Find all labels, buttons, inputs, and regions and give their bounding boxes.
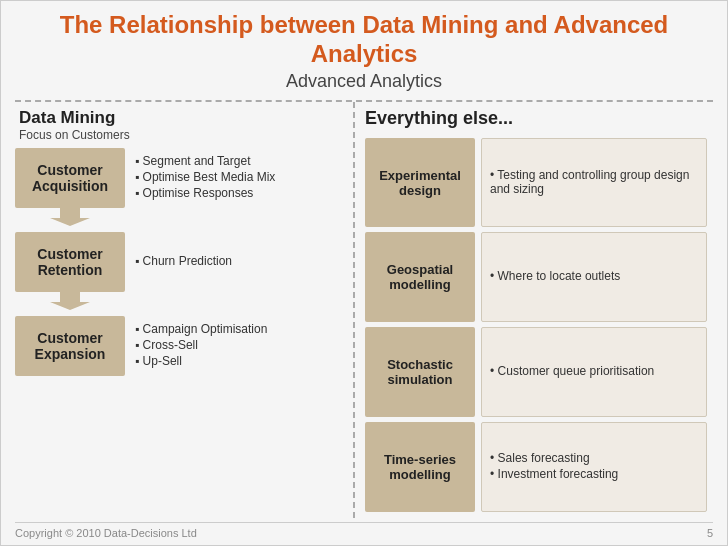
desc-item: • Sales forecasting — [490, 451, 698, 465]
svg-marker-0 — [50, 208, 90, 226]
bullet-icon: ▪ — [135, 170, 139, 184]
bullet-icon: ▪ — [135, 254, 139, 268]
bullet-item: ▪ Churn Prediction — [135, 254, 347, 268]
experimental-label: Experimental design — [365, 138, 475, 228]
customer-expansion-row: Customer Expansion ▪ Campaign Optimisati… — [15, 316, 347, 376]
title-sub: Advanced Analytics — [15, 71, 713, 92]
analytics-row-geospatial: Geospatial modelling • Where to locate o… — [365, 232, 707, 322]
focus-on-customers: Focus on Customers — [19, 128, 347, 142]
customer-retention-row: Customer Retention ▪ Churn Prediction — [15, 232, 347, 292]
analytics-row-experimental: Experimental design • Testing and contro… — [365, 138, 707, 228]
acquisition-row-wrapper: Customer Acquisition ▪ Segment and Targe… — [15, 148, 347, 226]
page-number: 5 — [707, 527, 713, 539]
experimental-desc: • Testing and controlling group design a… — [481, 138, 707, 228]
stochastic-desc: • Customer queue prioritisation — [481, 327, 707, 417]
arrow-down-2 — [15, 292, 347, 310]
timeseries-label: Time-series modelling — [365, 422, 475, 512]
bullet-icon: ▪ — [135, 154, 139, 168]
bullet-icon: ▪ — [135, 354, 139, 368]
bullet-item: ▪ Cross-Sell — [135, 338, 347, 352]
desc-item: • Testing and controlling group design a… — [490, 168, 698, 196]
title-main: The Relationship between Data Mining and… — [15, 11, 713, 69]
right-panel: Everything else... Experimental design •… — [355, 102, 713, 518]
svg-marker-1 — [50, 292, 90, 310]
content-area: Data Mining Focus on Customers Customer … — [15, 100, 713, 518]
desc-item: • Investment forecasting — [490, 467, 698, 481]
bullet-item: ▪ Segment and Target — [135, 154, 347, 168]
right-header: Everything else... — [365, 108, 707, 129]
copyright-text: Copyright © 2010 Data-Decisions Ltd — [15, 527, 197, 539]
bullet-item: ▪ Optimise Responses — [135, 186, 347, 200]
geospatial-label: Geospatial modelling — [365, 232, 475, 322]
geospatial-desc: • Where to locate outlets — [481, 232, 707, 322]
footer: Copyright © 2010 Data-Decisions Ltd 5 — [15, 522, 713, 539]
analytics-row-timeseries: Time-series modelling • Sales forecastin… — [365, 422, 707, 512]
bullet-item: ▪ Optimise Best Media Mix — [135, 170, 347, 184]
bullet-icon: ▪ — [135, 322, 139, 336]
bullet-icon: • — [490, 364, 498, 378]
bullet-icon: • — [490, 269, 498, 283]
timeseries-desc: • Sales forecasting • Investment forecas… — [481, 422, 707, 512]
customer-rows: Customer Acquisition ▪ Segment and Targe… — [15, 148, 347, 512]
bullet-icon: ▪ — [135, 186, 139, 200]
title-block: The Relationship between Data Mining and… — [15, 11, 713, 92]
bullet-icon: • — [490, 451, 498, 465]
retention-row-wrapper: Customer Retention ▪ Churn Prediction — [15, 232, 347, 310]
bullet-item: ▪ Up-Sell — [135, 354, 347, 368]
left-header: Data Mining Focus on Customers — [15, 108, 347, 142]
customer-retention-box: Customer Retention — [15, 232, 125, 292]
customer-expansion-box: Customer Expansion — [15, 316, 125, 376]
customer-acquisition-box: Customer Acquisition — [15, 148, 125, 208]
bullet-icon: • — [490, 467, 498, 481]
left-panel: Data Mining Focus on Customers Customer … — [15, 102, 355, 518]
bullet-item: ▪ Campaign Optimisation — [135, 322, 347, 336]
retention-bullets: ▪ Churn Prediction — [133, 254, 347, 270]
slide: The Relationship between Data Mining and… — [0, 0, 728, 546]
acquisition-bullets: ▪ Segment and Target ▪ Optimise Best Med… — [133, 154, 347, 202]
expansion-bullets: ▪ Campaign Optimisation ▪ Cross-Sell ▪ U… — [133, 322, 347, 370]
bullet-icon: ▪ — [135, 338, 139, 352]
analytics-row-stochastic: Stochastic simulation • Customer queue p… — [365, 327, 707, 417]
stochastic-label: Stochastic simulation — [365, 327, 475, 417]
desc-item: • Where to locate outlets — [490, 269, 698, 283]
data-mining-heading: Data Mining — [19, 108, 347, 128]
arrow-down-1 — [15, 208, 347, 226]
expansion-row-wrapper: Customer Expansion ▪ Campaign Optimisati… — [15, 316, 347, 376]
customer-acquisition-row: Customer Acquisition ▪ Segment and Targe… — [15, 148, 347, 208]
desc-item: • Customer queue prioritisation — [490, 364, 698, 378]
